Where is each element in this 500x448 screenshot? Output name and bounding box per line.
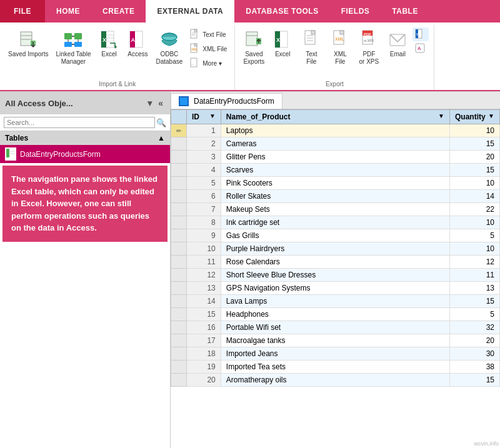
word-export-button[interactable]: W (412, 27, 429, 41)
data-entry-tab[interactable]: DataEntryProductsForm (171, 93, 282, 109)
nav-tables-section[interactable]: Tables ▲ (0, 131, 170, 145)
access-import-label: Access (128, 51, 148, 58)
id-cell: 5 (187, 177, 221, 190)
row-selector-cell (171, 374, 187, 387)
odbc-button[interactable]: ODBCDatabase (152, 27, 186, 67)
odbc-icon (159, 29, 179, 49)
tab-home[interactable]: HOME (45, 0, 91, 22)
name-header-label: Name_of_Product (226, 112, 291, 121)
table-row: 19Imported Tea sets38 (171, 361, 500, 374)
nav-annotation-box: The navigation pane shows the linked Exc… (2, 166, 168, 242)
tab-file[interactable]: FILE (0, 0, 45, 22)
saved-imports-button[interactable]: Saved Imports (5, 27, 51, 60)
export-group-label: Export (326, 79, 344, 90)
name-cell: Short Sleeve Blue Dresses (221, 269, 449, 282)
row-selector-cell (171, 242, 187, 256)
excel-export-label: Excel (275, 51, 290, 58)
nav-collapse-button[interactable]: « (156, 97, 165, 109)
more-export-button[interactable]: A (412, 42, 429, 56)
quantity-cell: 15 (450, 137, 500, 151)
tab-icon (179, 96, 189, 106)
excel-export-button[interactable]: X Excel (269, 27, 296, 60)
linked-table-manager-button[interactable]: Linked TableManager (52, 27, 94, 67)
excel-import-label: Excel (101, 51, 116, 58)
saved-exports-button[interactable]: SavedExports (240, 27, 268, 67)
row-selector-cell (171, 308, 187, 321)
name-cell: Roller Skates (221, 190, 449, 203)
xml-file-button[interactable]: XML XML File (187, 42, 229, 56)
quantity-cell: 30 (450, 347, 500, 361)
row-selector-cell (171, 334, 187, 347)
id-cell: 1 (187, 124, 221, 137)
name-column-header[interactable]: Name_of_Product ▼ (221, 110, 449, 124)
nav-search-icon[interactable]: 🔍 (156, 118, 166, 127)
ribbon-tab-bar: FILE HOME CREATE EXTERNAL DATA DATABASE … (0, 0, 500, 22)
tab-create[interactable]: CREATE (91, 0, 146, 22)
id-cell: 17 (187, 334, 221, 347)
name-filter-icon[interactable]: ▼ (438, 112, 444, 119)
name-cell: Laptops (221, 124, 449, 137)
table-body: ✏1Laptops102Cameras153Glitter Pens204Sca… (171, 124, 500, 387)
id-cell: 14 (187, 295, 221, 308)
text-file-button[interactable]: Text File (187, 27, 229, 41)
table-row: 8Ink cartridge set10 (171, 216, 500, 229)
quantity-filter-icon[interactable]: ▼ (488, 112, 494, 119)
row-selector-cell (171, 229, 187, 242)
name-cell: Scarves (221, 164, 449, 177)
word-export-icon: W (415, 29, 426, 40)
id-cell: 16 (187, 321, 221, 334)
linked-table-icon (63, 29, 83, 49)
svg-rect-29 (246, 32, 258, 46)
nav-data-entry-form-item[interactable]: DataEntryProductsForm (0, 145, 170, 163)
email-export-button[interactable]: Email (384, 27, 411, 60)
id-column-header[interactable]: ID ▼ (187, 110, 221, 124)
pdf-xps-button[interactable]: PDF or XPS PDFor XPS (355, 27, 382, 67)
table-row: 14Lava Lamps15 (171, 295, 500, 308)
excel-import-button[interactable]: X Excel (95, 27, 122, 60)
xml-file-export-button[interactable]: XML XMLFile (326, 27, 354, 67)
import-link-items: Saved Imports (5, 27, 229, 79)
id-cell: 15 (187, 308, 221, 321)
row-selector-cell (171, 151, 187, 164)
row-selector-cell (171, 137, 187, 151)
text-file-export-button[interactable]: TextFile (298, 27, 325, 67)
quantity-cell: 38 (450, 361, 500, 374)
id-cell: 2 (187, 137, 221, 151)
id-cell: 18 (187, 347, 221, 361)
id-cell: 13 (187, 282, 221, 295)
name-cell: Gas Grills (221, 229, 449, 242)
table-tab-bar: DataEntryProductsForm (171, 92, 500, 109)
nav-item-icon (5, 147, 16, 161)
access-import-button[interactable]: A Access (124, 27, 151, 60)
table-row: 10Purple Hairdryers10 (171, 242, 500, 256)
table-row: 9Gas Grills5 (171, 229, 500, 242)
more-export-icon: A (415, 43, 426, 54)
svg-rect-3 (64, 33, 72, 39)
tab-fields[interactable]: FIELDS (330, 0, 381, 22)
nav-dropdown-button[interactable]: ▾ (146, 97, 154, 109)
nav-section-expand-icon: ▲ (158, 134, 165, 142)
quantity-column-header[interactable]: Quantity ▼ (450, 110, 500, 124)
id-filter-icon[interactable]: ▼ (209, 112, 216, 119)
nav-search-input[interactable] (4, 117, 155, 128)
svg-text:W: W (416, 32, 419, 36)
tab-external-data[interactable]: EXTERNAL DATA (146, 0, 234, 22)
id-cell: 7 (187, 203, 221, 216)
svg-text:...: ... (191, 62, 194, 66)
svg-rect-40 (340, 31, 344, 34)
tab-database-tools[interactable]: DATABASE TOOLS (234, 0, 329, 22)
nav-header-text: All Access Obje... (5, 99, 146, 108)
row-selector-cell (171, 256, 187, 269)
table-row: 6Roller Skates14 (171, 190, 500, 203)
table-row: 3Glitter Pens20 (171, 151, 500, 164)
more-label: More ▾ (202, 60, 222, 67)
name-cell: Cameras (221, 137, 449, 151)
svg-rect-53 (6, 149, 9, 157)
ribbon-content: Saved Imports (0, 22, 500, 91)
name-cell: Purple Hairdryers (221, 242, 449, 256)
export-group: SavedExports X Excel (235, 25, 434, 90)
tab-table[interactable]: TABLE (381, 0, 429, 22)
data-table-container: ID ▼ Name_of_Product ▼ Quantity ▼ (171, 109, 500, 448)
more-button[interactable]: ... More ▾ (187, 56, 229, 70)
quantity-cell: 15 (450, 164, 500, 177)
